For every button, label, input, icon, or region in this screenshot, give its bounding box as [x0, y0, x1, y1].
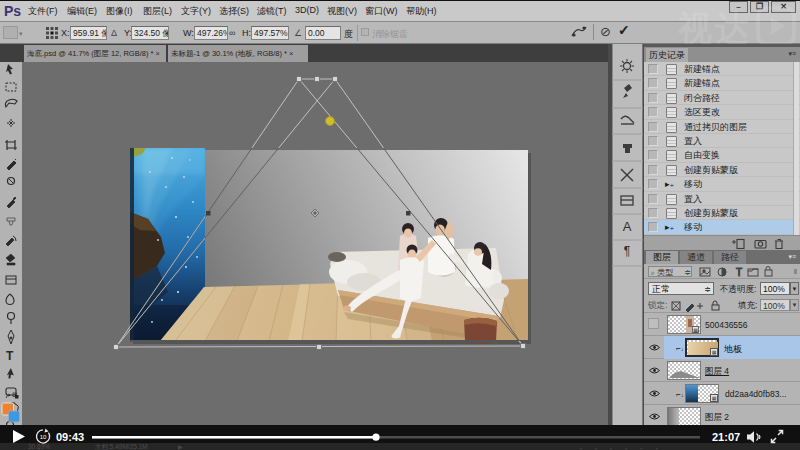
svg-text:T: T: [736, 267, 742, 278]
svg-text:10: 10: [40, 434, 47, 440]
svg-text:21:07: 21:07: [712, 431, 740, 443]
svg-text:¶: ¶: [624, 244, 630, 258]
svg-text:A: A: [623, 219, 632, 234]
svg-text:09:43: 09:43: [56, 431, 84, 443]
svg-text:T: T: [6, 349, 14, 363]
